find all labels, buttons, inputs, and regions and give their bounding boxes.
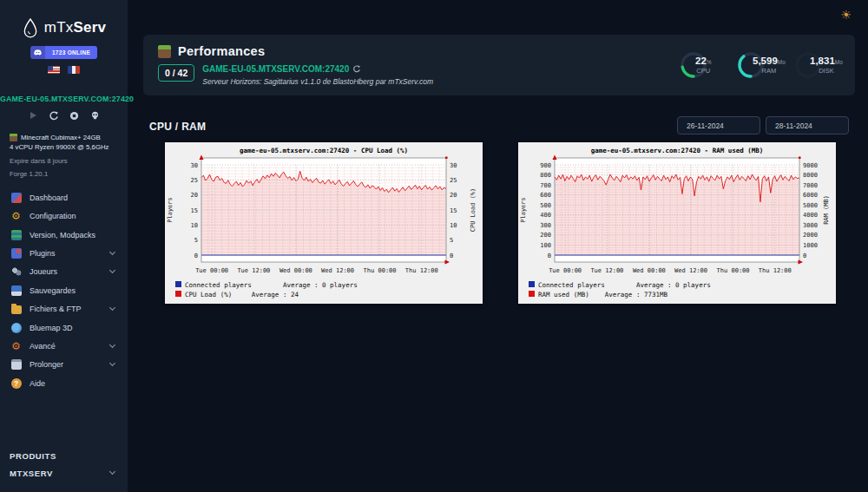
logo[interactable]: mTxServ	[0, 17, 128, 38]
svg-text:RAM (MB): RAM (MB)	[823, 195, 830, 225]
chevron-down-icon	[109, 249, 115, 255]
sidebar-item-bluemap-3d[interactable]: Bluemap 3D	[0, 318, 128, 337]
svg-text:20: 20	[191, 192, 198, 199]
chevron-down-icon	[109, 267, 115, 273]
charts-row: game-eu-05.mtxserv.com:27420 - CPU Load …	[165, 142, 836, 304]
svg-text:400: 400	[540, 212, 551, 219]
svg-text:0: 0	[450, 253, 453, 259]
performances-header-card: Performances 0 / 42 GAME-EU-05.MTXSERV.C…	[143, 35, 855, 95]
svg-text:9000: 9000	[803, 162, 818, 169]
svg-text:10: 10	[191, 222, 198, 229]
stat-cpu: 22%CPU	[680, 51, 728, 79]
svg-text:30: 30	[191, 162, 198, 169]
svg-text:Tue 00:00: Tue 00:00	[549, 267, 582, 274]
backup-icon	[10, 285, 22, 296]
svg-text:7000: 7000	[803, 182, 818, 189]
theme-toggle-sun-icon[interactable]: ☀	[840, 8, 852, 22]
discord-online-count: 1723 ONLINE	[45, 46, 97, 59]
svg-text:25: 25	[450, 177, 457, 184]
svg-text:game-eu-05.mtxserv.com:27420 -: game-eu-05.mtxserv.com:27420 - RAM used …	[591, 147, 764, 154]
sidebar-item-version-modpacks[interactable]: Version, Modpacks	[0, 226, 128, 244]
renew-icon	[10, 359, 22, 371]
sidebar-item-fichiers-ftp[interactable]: Fichiers & FTP	[0, 300, 128, 318]
stat-value: 1,831Mo	[810, 56, 843, 66]
svg-text:Players: Players	[520, 197, 527, 223]
fr-flag-icon[interactable]	[68, 66, 80, 74]
date-from-input[interactable]	[677, 116, 760, 134]
sidebar: mTxServ 1723 ONLINE GAME-EU-05.MTXSERV.C…	[0, 0, 128, 492]
players-icon	[10, 266, 22, 278]
svg-text:Wed 12:00: Wed 12:00	[321, 267, 354, 274]
date-to-input[interactable]	[766, 116, 849, 134]
server-controls	[0, 109, 128, 121]
sidebar-footer-label: PRODUITS	[10, 451, 117, 461]
sidebar-item-aide[interactable]: ?Aide	[0, 374, 128, 392]
svg-text:300: 300	[540, 222, 551, 229]
sidebar-menu: Dashboard⚙ConfigurationVersion, Modpacks…	[0, 188, 128, 392]
gear-icon: ⚙	[10, 211, 22, 222]
svg-text:20: 20	[450, 192, 457, 199]
plugins-icon	[10, 248, 22, 259]
server-link[interactable]: GAME-EU-05.MTXSERV.COM:27420	[202, 64, 433, 74]
start-server-icon[interactable]	[29, 111, 37, 120]
svg-text:RAM used (MB) Average : 773: RAM used (MB) Average : 7731MB	[538, 291, 667, 298]
help-icon: ?	[10, 377, 22, 389]
sidebar-footer-mtxserv[interactable]: MTXSERV	[0, 464, 128, 482]
sidebar-item-plugins[interactable]: Plugins	[0, 244, 128, 262]
server-plan: Minecraft Cubimax+ 24GB	[21, 133, 101, 142]
stat-value: 22%	[695, 56, 712, 66]
svg-text:game-eu-05.mtxserv.com:27420 -: game-eu-05.mtxserv.com:27420 - CPU Load …	[240, 147, 408, 154]
svg-text:8000: 8000	[803, 172, 818, 179]
version-icon	[10, 229, 22, 240]
chevron-down-icon	[109, 305, 115, 311]
svg-text:100: 100	[540, 242, 551, 249]
svg-text:0: 0	[803, 253, 806, 259]
svg-text:Connected players Avera: Connected players Average : 0 players	[538, 281, 711, 289]
discord-icon	[30, 46, 45, 59]
svg-text:Wed 00:00: Wed 00:00	[633, 267, 666, 274]
minecraft-block-icon	[10, 134, 17, 141]
stop-server-icon[interactable]	[69, 111, 79, 121]
sidebar-footer-produits[interactable]: PRODUITS	[0, 447, 128, 464]
sidebar-item-sauvegardes[interactable]: Sauvegardes	[0, 281, 128, 299]
date-range	[677, 116, 849, 134]
logo-text: mTxServ	[44, 19, 106, 36]
svg-text:5000: 5000	[803, 202, 818, 209]
discord-badge[interactable]: 1723 ONLINE	[30, 46, 97, 59]
svg-text:800: 800	[540, 172, 551, 179]
svg-text:Wed 12:00: Wed 12:00	[674, 267, 707, 274]
us-flag-icon[interactable]	[48, 66, 60, 74]
svg-text:Wed 00:00: Wed 00:00	[279, 267, 312, 274]
sidebar-server-name[interactable]: GAME-EU-05.MTXSERV.COM:27420	[0, 95, 128, 103]
chevron-down-icon	[109, 342, 115, 348]
svg-text:0: 0	[194, 253, 198, 259]
server-cpu-spec: 4 vCPU Ryzen 9900X @ 5,6GHz	[10, 142, 128, 152]
player-slots-badge: 0 / 42	[158, 64, 194, 82]
sidebar-item-joueurs[interactable]: Joueurs	[0, 263, 128, 281]
sidebar-item-dashboard[interactable]: Dashboard	[0, 188, 128, 207]
svg-text:30: 30	[450, 162, 457, 169]
server-expiry: Expire dans 8 jours	[10, 156, 128, 166]
svg-text:Connected players Avera: Connected players Average : 0 players	[185, 281, 358, 289]
server-info: Minecraft Cubimax+ 24GB 4 vCPU Ryzen 990…	[0, 133, 128, 179]
sidebar-item-avanc-[interactable]: ⚙Avancé	[0, 337, 128, 355]
kill-server-icon[interactable]	[90, 111, 100, 121]
sidebar-item-prolonger[interactable]: Prolonger	[0, 356, 128, 374]
svg-text:Tue 12:00: Tue 12:00	[237, 267, 270, 274]
svg-text:Thu 00:00: Thu 00:00	[364, 267, 397, 274]
svg-text:Tue 12:00: Tue 12:00	[590, 267, 623, 274]
svg-text:2000: 2000	[803, 232, 818, 239]
refresh-icon[interactable]	[352, 65, 360, 73]
grass-block-icon	[158, 45, 171, 58]
page-title: Performances	[178, 44, 265, 58]
stat-disk: 1,831MoDISK	[794, 51, 843, 79]
restart-server-icon[interactable]	[49, 111, 58, 121]
sidebar-item-label: Fichiers & FTP	[30, 305, 110, 313]
svg-text:0: 0	[548, 253, 551, 259]
stat-label: CPU	[695, 67, 712, 75]
sidebar-item-label: Joueurs	[30, 267, 110, 276]
sidebar-item-configuration[interactable]: ⚙Configuration	[0, 207, 128, 226]
droplet-logo-icon	[22, 17, 39, 38]
sidebar-item-label: Version, Modpacks	[30, 231, 117, 239]
svg-text:5: 5	[194, 237, 198, 244]
